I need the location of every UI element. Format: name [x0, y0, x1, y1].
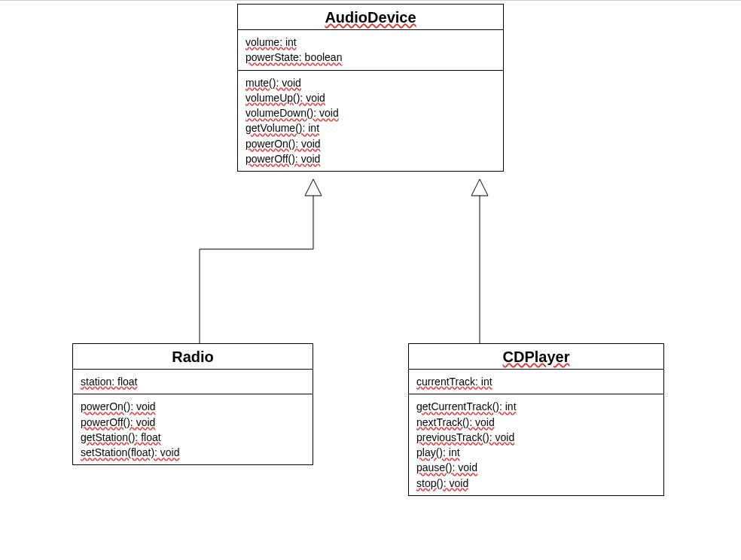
- attr-row: volume: int: [245, 35, 496, 50]
- method-row: volumeDown(): void: [245, 105, 496, 120]
- diagram-canvas: AudioDevice volume: int powerState: bool…: [0, 0, 741, 560]
- class-methods: getCurrentTrack(): int nextTrack(): void…: [409, 394, 663, 495]
- method-row: getVolume(): int: [245, 120, 496, 135]
- class-methods: powerOn(): void powerOff(): void getStat…: [73, 394, 313, 464]
- class-title: AudioDevice: [238, 5, 503, 30]
- method-row: getStation(): float: [81, 430, 305, 445]
- class-attributes: currentTrack: int: [409, 370, 663, 394]
- method-row: setStation(float): void: [81, 445, 305, 460]
- class-attributes: station: float: [73, 370, 313, 394]
- attr-row: powerState: boolean: [245, 50, 496, 65]
- method-row: play(): int: [416, 445, 656, 460]
- arrowhead-icon: [305, 179, 322, 196]
- method-row: powerOff(): void: [245, 151, 496, 166]
- class-attributes: volume: int powerState: boolean: [238, 30, 503, 71]
- method-row: mute(): void: [245, 75, 496, 90]
- attr-row: station: float: [81, 374, 305, 389]
- class-radio: Radio station: float powerOn(): void pow…: [72, 343, 313, 465]
- attr-row: currentTrack: int: [416, 374, 656, 389]
- class-title: CDPlayer: [409, 344, 663, 370]
- method-row: stop(): void: [416, 476, 656, 491]
- method-row: powerOn(): void: [81, 399, 305, 414]
- method-row: getCurrentTrack(): int: [416, 399, 656, 414]
- method-row: previousTrack(): void: [416, 430, 656, 445]
- class-cdplayer: CDPlayer currentTrack: int getCurrentTra…: [408, 343, 664, 496]
- method-row: powerOff(): void: [81, 415, 305, 430]
- class-title: Radio: [73, 344, 313, 370]
- class-audiodevice: AudioDevice volume: int powerState: bool…: [237, 4, 504, 172]
- method-row: powerOn(): void: [245, 136, 496, 151]
- class-methods: mute(): void volumeUp(): void volumeDown…: [238, 71, 503, 172]
- arrowhead-icon: [471, 179, 488, 196]
- method-row: pause(): void: [416, 460, 656, 475]
- method-row: volumeUp(): void: [245, 90, 496, 105]
- method-row: nextTrack(): void: [416, 415, 656, 430]
